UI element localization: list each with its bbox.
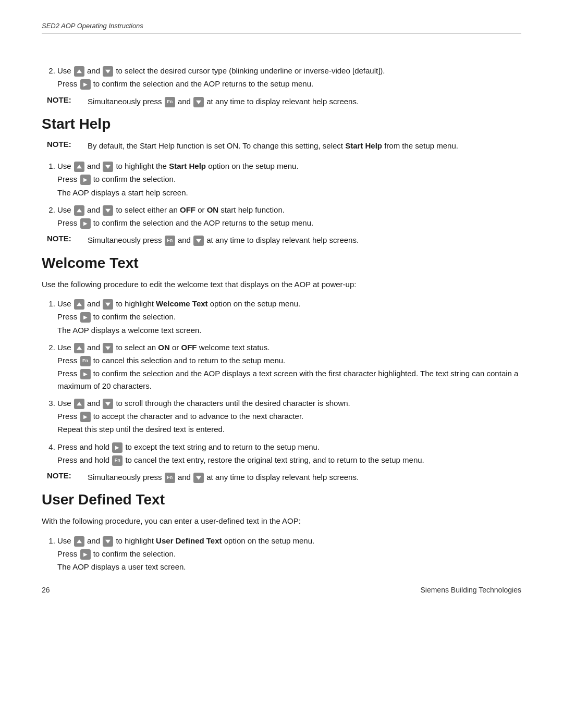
- welcome-text-list: Use and to highlight Welcome Text option…: [42, 298, 521, 466]
- udt1-line3: The AOP displays a user text screen.: [57, 561, 521, 573]
- wt4-line2: Press and hold to cancel the text entry,…: [57, 454, 521, 466]
- enter-icon: [80, 79, 91, 90]
- welcome-item-2: Use and to select an ON or OFF welcome t…: [57, 341, 521, 392]
- start-help-bold: Start Help: [345, 141, 382, 150]
- header-title: SED2 AOP Operating Instructions: [42, 22, 143, 30]
- start-help-note: NOTE: By default, the Start Help functio…: [42, 140, 521, 152]
- sh1-line2: Press to confirm the selection.: [57, 173, 521, 185]
- start-help-note-content: By default, the Start Help function is s…: [88, 140, 458, 152]
- sh-note2-content: Simultaneously press and at any time to …: [88, 234, 359, 246]
- fn-icon: [165, 97, 175, 107]
- on-bold-wt: ON: [158, 343, 170, 352]
- down-icon-sh1: [103, 162, 113, 172]
- wt-note-content: Simultaneously press and at any time to …: [88, 471, 359, 483]
- down-icon-sh-note: [193, 236, 204, 246]
- note-label: NOTE:: [47, 95, 83, 104]
- enter-icon-wt1: [80, 312, 91, 323]
- user-defined-bold: User Defined Text: [156, 536, 222, 545]
- fn-icon-sh: [165, 236, 175, 246]
- welcome-item-4: Press and hold to except the text string…: [57, 441, 521, 466]
- off-bold-sh: OFF: [180, 205, 195, 214]
- up-icon-wt3: [74, 399, 84, 409]
- enter-icon-wt3: [80, 412, 91, 422]
- welcome-text-title: Welcome Text: [42, 255, 521, 272]
- sh-note2-label: NOTE:: [47, 234, 83, 243]
- down-icon-wt-note: [193, 473, 204, 483]
- up-icon-udt1: [74, 536, 84, 547]
- welcome-text-note: NOTE: Simultaneously press and at any ti…: [42, 471, 521, 483]
- up-icon-sh2: [74, 205, 84, 216]
- user-defined-list: Use and to highlight User Defined Text o…: [42, 535, 521, 573]
- down-icon-wt2: [103, 343, 113, 353]
- down-icon-wt1: [103, 299, 113, 310]
- down-arrow-icon: [103, 66, 113, 77]
- user-defined-text-title: User Defined Text: [42, 491, 521, 508]
- wt2-line3: Press to confirm the selection and the A…: [57, 367, 521, 392]
- enter-icon-wt4a: [112, 442, 123, 453]
- company-name: Siemens Building Technologies: [420, 586, 521, 594]
- header-section: SED2 AOP Operating Instructions: [42, 21, 521, 33]
- enter-icon-sh1: [80, 175, 91, 185]
- wt1-line3: The AOP displays a welcome text screen.: [57, 324, 521, 336]
- down-icon-sh2: [103, 205, 113, 216]
- start-help-item-2: Use and to select either an OFF or ON st…: [57, 204, 521, 229]
- wt3-line2: Press to accept the character and to adv…: [57, 410, 521, 422]
- enter-icon-udt1: [80, 549, 91, 560]
- fn-icon-wt4: [112, 455, 123, 466]
- up-icon-sh1: [74, 162, 84, 172]
- fn-icon-wt2: [80, 356, 91, 366]
- down-icon-udt1: [103, 536, 113, 547]
- page-container: SED2 AOP Operating Instructions Use and …: [0, 0, 563, 610]
- intro-list: Use and to select the desired cursor typ…: [42, 65, 521, 90]
- note-content: Simultaneously press and at any time to …: [88, 95, 359, 107]
- and-text-1: and: [87, 66, 102, 75]
- intro-item-2: Use and to select the desired cursor typ…: [57, 65, 521, 90]
- intro-text-after: to select the desired cursor type (blink…: [116, 66, 385, 75]
- start-help-note2: NOTE: Simultaneously press and at any ti…: [42, 234, 521, 246]
- enter-icon-sh2: [80, 218, 91, 229]
- user-defined-text-intro: With the following procedure, you can en…: [42, 515, 521, 527]
- welcome-item-3: Use and to scroll through the characters…: [57, 397, 521, 436]
- up-icon-wt1: [74, 299, 84, 310]
- user-defined-item-1: Use and to highlight User Defined Text o…: [57, 535, 521, 573]
- on-bold-sh: ON: [207, 205, 219, 214]
- off-bold-wt: OFF: [181, 343, 197, 352]
- up-icon-wt2: [74, 343, 84, 353]
- enter-icon-wt2: [80, 369, 91, 379]
- intro-line2: Press to confirm the selection and the A…: [57, 78, 521, 90]
- wt1-line2: Press to confirm the selection.: [57, 311, 521, 323]
- sh1-line3: The AOP displays a start help screen.: [57, 187, 521, 199]
- down-icon-wt3: [103, 399, 113, 409]
- start-help-list: Use and to highlight the Start Help opti…: [42, 160, 521, 229]
- start-help-bold-opt: Start Help: [169, 162, 206, 170]
- wt2-line2: Press to cancel this selection and to re…: [57, 354, 521, 366]
- udt1-line2: Press to confirm the selection.: [57, 548, 521, 560]
- welcome-item-1: Use and to highlight Welcome Text option…: [57, 298, 521, 336]
- sh2-line2: Press to confirm the selection and the A…: [57, 217, 521, 229]
- wt3-line3: Repeat this step until the desired text …: [57, 423, 521, 435]
- wt-note-label: NOTE:: [47, 471, 83, 480]
- footer: 26 Siemens Building Technologies: [42, 586, 521, 594]
- down-icon-note: [193, 97, 204, 107]
- intro-note: NOTE: Simultaneously press and at any ti…: [42, 95, 521, 107]
- welcome-text-intro: Use the following procedure to edit the …: [42, 279, 521, 291]
- up-arrow-icon: [74, 66, 84, 77]
- intro-text-before: Use: [57, 66, 74, 75]
- fn-icon-wt-note: [165, 473, 175, 483]
- start-help-title: Start Help: [42, 116, 521, 132]
- start-help-item-1: Use and to highlight the Start Help opti…: [57, 160, 521, 199]
- start-help-note-label: NOTE:: [47, 140, 83, 149]
- welcome-text-bold: Welcome Text: [156, 299, 207, 308]
- page-number: 26: [42, 586, 50, 594]
